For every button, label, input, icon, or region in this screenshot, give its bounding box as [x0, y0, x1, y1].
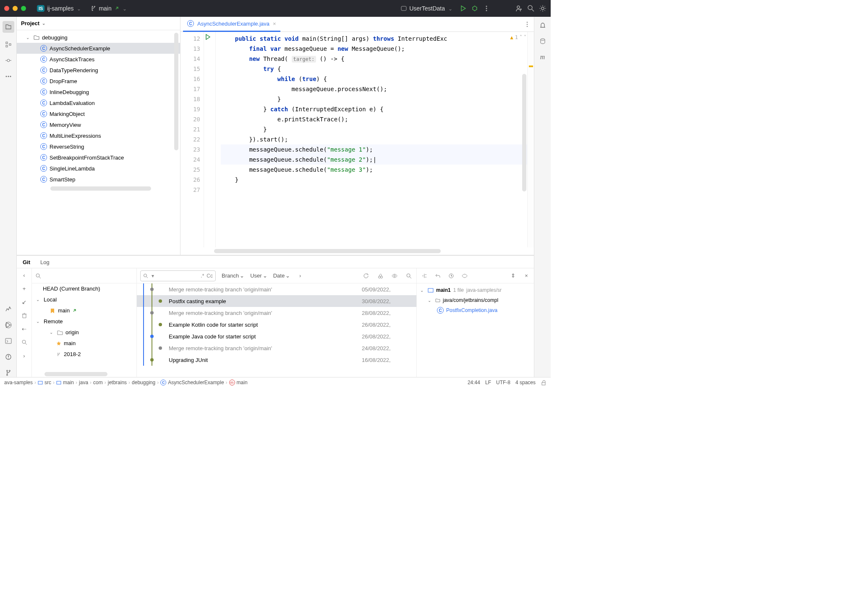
- maximize-window[interactable]: [21, 6, 26, 11]
- problems-tool-button[interactable]: [4, 353, 13, 361]
- tree-file[interactable]: CReverseString: [17, 141, 180, 152]
- breadcrumb-item[interactable]: ava-samples: [4, 380, 33, 385]
- code-with-me-button[interactable]: [515, 5, 523, 12]
- branch-tree[interactable]: HEAD (Current Branch) ⌄Local main ⌄Remot…: [32, 283, 136, 371]
- tree-file[interactable]: CDropFrame: [17, 76, 180, 86]
- case-toggle[interactable]: Cc: [207, 273, 213, 279]
- services-tool-button[interactable]: [4, 321, 13, 329]
- gutter-icons[interactable]: [204, 32, 216, 247]
- tab-git[interactable]: Git: [21, 257, 32, 268]
- breadcrumb-item[interactable]: debugging: [132, 380, 155, 385]
- commit-row[interactable]: Merge remote-tracking branch 'origin/mai…: [137, 283, 416, 295]
- expand-button[interactable]: ›: [20, 351, 29, 360]
- vertical-scrollbar[interactable]: [522, 74, 526, 191]
- branch-origin-main[interactable]: main: [32, 338, 136, 349]
- branch-origin-2018[interactable]: 2018-2: [32, 349, 136, 360]
- database-button[interactable]: [539, 37, 547, 45]
- tree-file[interactable]: CSetBreakpointFromStackTrace: [17, 152, 180, 163]
- run-button[interactable]: [459, 5, 467, 12]
- branch-local-main[interactable]: main: [32, 305, 136, 316]
- close-details-button[interactable]: ×: [522, 272, 531, 280]
- breadcrumb-item[interactable]: src: [38, 380, 51, 385]
- branch-search[interactable]: [32, 268, 136, 283]
- code-content[interactable]: public static void main(String[] args) t…: [216, 32, 527, 247]
- collapse-button[interactable]: ‹: [20, 271, 29, 279]
- chevron-down-icon[interactable]: ˅: [524, 34, 526, 40]
- tab-options-button[interactable]: [523, 20, 531, 29]
- commit-search-input[interactable]: ▾ .* Cc: [140, 270, 216, 281]
- tab-log[interactable]: Log: [39, 257, 51, 268]
- tree-file[interactable]: CSmartStep: [17, 174, 180, 185]
- commit-row[interactable]: Merge remote-tracking branch 'origin/mai…: [137, 307, 416, 319]
- project-tool-button[interactable]: [3, 21, 14, 33]
- breadcrumb-item[interactable]: mmain: [229, 380, 248, 385]
- branch-filter[interactable]: Branch⌄: [222, 273, 244, 279]
- preview-button[interactable]: [390, 272, 399, 280]
- details-folder[interactable]: ⌄ java/com/jetbrains/compl: [420, 295, 531, 305]
- origin-node[interactable]: ⌄origin: [32, 327, 136, 338]
- history-button[interactable]: [447, 272, 455, 280]
- fetch-button[interactable]: ⇠: [20, 325, 29, 333]
- show-diff-button[interactable]: [460, 272, 469, 280]
- close-tab-icon[interactable]: ×: [273, 21, 276, 27]
- warning-marker[interactable]: [529, 66, 533, 67]
- cherry-pick-button[interactable]: [376, 272, 384, 280]
- tree-file[interactable]: CInlineDebugging: [17, 86, 180, 97]
- tree-file[interactable]: CMarkingObject: [17, 108, 180, 119]
- expand-button[interactable]: ⇕: [509, 272, 517, 280]
- debug-button[interactable]: [471, 5, 478, 12]
- user-filter[interactable]: User⌄: [250, 273, 267, 279]
- breadcrumb-item[interactable]: java: [79, 380, 88, 385]
- refresh-button[interactable]: [362, 272, 370, 280]
- inspection-badge[interactable]: ▲ 1 ˄ ˅: [510, 34, 526, 40]
- go-to-ref-button[interactable]: ›: [296, 272, 304, 280]
- commit-tool-button[interactable]: [4, 56, 13, 65]
- more-tool-button[interactable]: [4, 72, 13, 81]
- commit-row[interactable]: Merge remote-tracking branch 'origin/mai…: [137, 342, 416, 354]
- maven-button[interactable]: m: [539, 53, 547, 61]
- editor-tab[interactable]: C AsyncSchedulerExample.java ×: [183, 17, 280, 32]
- project-switcher[interactable]: IS ij-samples: [34, 3, 84, 13]
- breadcrumb-item[interactable]: com: [93, 380, 103, 385]
- run-gutter-icon[interactable]: [205, 34, 211, 40]
- breadcrumb-item[interactable]: main: [56, 380, 74, 385]
- lock-icon[interactable]: [541, 380, 546, 385]
- head-row[interactable]: HEAD (Current Branch): [32, 283, 136, 294]
- horizontal-scrollbar[interactable]: [214, 249, 441, 253]
- commit-row[interactable]: Example Kotlin code for starter script26…: [137, 319, 416, 330]
- structure-tool-button[interactable]: [4, 40, 13, 49]
- vertical-scrollbar[interactable]: [174, 33, 178, 150]
- horizontal-scrollbar[interactable]: [44, 372, 107, 376]
- add-button[interactable]: +: [20, 284, 29, 293]
- project-tree[interactable]: ⌄ debugging CAsyncSchedulerExampleCAsync…: [17, 30, 180, 255]
- caret-position[interactable]: 24:44: [468, 380, 480, 385]
- commit-row[interactable]: Example Java code for starter script26/0…: [137, 330, 416, 342]
- encoding[interactable]: UTF-8: [496, 380, 510, 385]
- tree-file[interactable]: CAsyncSchedulerExample: [17, 43, 180, 54]
- settings-button[interactable]: [539, 5, 546, 12]
- close-window[interactable]: [4, 6, 9, 11]
- regex-toggle[interactable]: .*: [201, 273, 204, 279]
- more-actions-button[interactable]: [483, 5, 490, 12]
- revert-button[interactable]: [434, 272, 442, 280]
- line-gutter[interactable]: 12131415161718192021222324252627: [180, 32, 204, 247]
- error-stripe[interactable]: [527, 32, 534, 247]
- commit-list[interactable]: Merge remote-tracking branch 'origin/mai…: [137, 283, 416, 377]
- tree-file[interactable]: CDataTypeRendering: [17, 65, 180, 76]
- terminal-tool-button[interactable]: [4, 337, 13, 345]
- tree-file[interactable]: CMultiLineExpressions: [17, 130, 180, 141]
- remote-node[interactable]: ⌄Remote: [32, 316, 136, 327]
- details-header[interactable]: ⌄ main1 1 file java-samples/sr: [420, 285, 531, 295]
- tree-file[interactable]: CSingleLineLambda: [17, 163, 180, 174]
- indent[interactable]: 4 spaces: [515, 380, 536, 385]
- date-filter[interactable]: Date⌄: [273, 273, 290, 279]
- checkout-button[interactable]: ↙: [20, 298, 29, 306]
- tree-folder-debugging[interactable]: ⌄ debugging: [17, 32, 180, 43]
- vcs-branch-widget[interactable]: main: [88, 3, 129, 13]
- code-editor[interactable]: 12131415161718192021222324252627 public …: [180, 32, 534, 247]
- project-panel-header[interactable]: Project ⌄: [17, 17, 180, 30]
- breadcrumbs[interactable]: ava-samples›src›main›java›com›jetbrains›…: [4, 380, 248, 385]
- search-everywhere-button[interactable]: [527, 5, 535, 12]
- git-tool-button[interactable]: [4, 369, 13, 377]
- line-separator[interactable]: LF: [485, 380, 491, 385]
